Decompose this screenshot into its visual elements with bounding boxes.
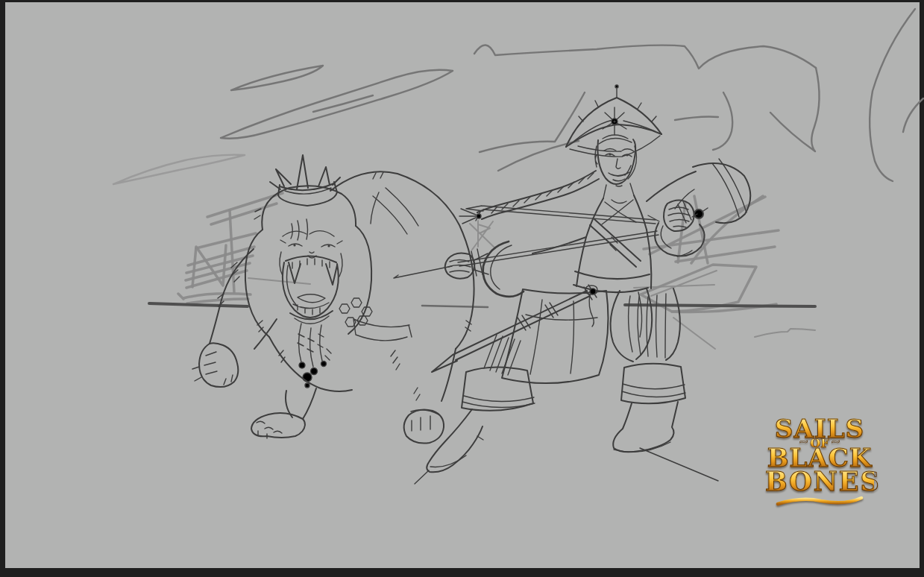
pirate-hat (566, 85, 661, 157)
beast-head (245, 186, 371, 337)
beast-mouth (283, 256, 339, 324)
beast-left-arm (192, 249, 277, 387)
pirate-left-leg-boot (415, 335, 535, 484)
beast-rear-arm (404, 349, 456, 444)
app-window: SAILS ~OF~ BLACK BONES (0, 0, 924, 577)
pirate-braid (459, 171, 599, 224)
hat-star-emblem (603, 107, 626, 135)
cloud-outlines (113, 9, 923, 184)
beast-fur-ticks (218, 172, 471, 400)
pirate-collar-bandolier (586, 195, 647, 267)
junk-ship-sketch-right (634, 196, 815, 349)
game-logo: SAILS ~OF~ BLACK BONES (765, 417, 874, 507)
beast-crown (270, 155, 340, 206)
pirate-swordswoman (394, 85, 750, 484)
logo-tilde-left: ~ (799, 435, 808, 449)
pirate-face (595, 135, 637, 198)
pirate-right-leg-boot (611, 288, 718, 481)
beast-hind-foot (251, 388, 316, 438)
logo-tilde-right: ~ (831, 435, 840, 449)
logo-line-bones: BONES (765, 470, 874, 494)
